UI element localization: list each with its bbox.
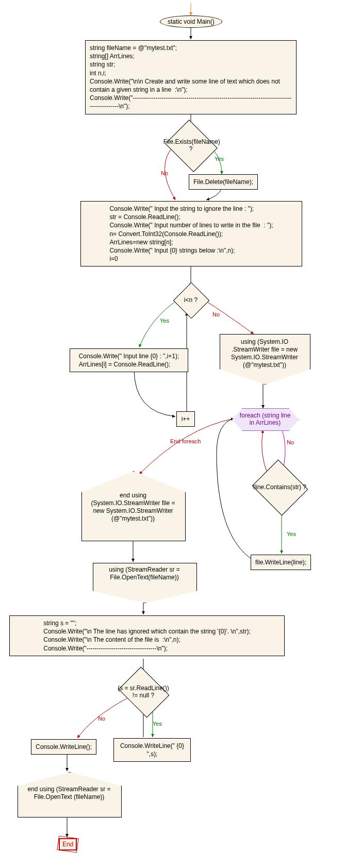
using-reader-text: using (StreamReader sr = File.OpenText(f… xyxy=(98,566,191,581)
label-yes-3: Yes xyxy=(287,531,296,537)
label-no: No xyxy=(161,170,168,176)
label-no-2: No xyxy=(212,311,220,318)
terminator-main: static void Main() xyxy=(160,15,222,28)
end-using-writer: end using (System.IO.StreamWriter file =… xyxy=(81,471,185,540)
decision-i-lt-n-label: i<n ? xyxy=(173,296,208,304)
using-reader: using (StreamReader sr = File.OpenText(f… xyxy=(93,563,196,602)
end-using-reader-text: end using (StreamReader sr = File.OpenTe… xyxy=(23,786,116,801)
label-yes: Yes xyxy=(215,156,224,162)
process-header: string s = ""; Console.Write("\n The lin… xyxy=(9,615,285,656)
label-end-foreach: End foreach xyxy=(170,438,201,444)
process-init-text: string fileName = @"mytest.txt"; string[… xyxy=(90,44,292,111)
process-writeline-text: file.WriteLine(line); xyxy=(255,558,306,566)
terminator-main-label: static void Main() xyxy=(168,18,215,25)
process-init: string fileName = @"mytest.txt"; string[… xyxy=(85,40,297,114)
using-writer: using (System.IO .StreamWriter file = ne… xyxy=(220,334,309,383)
process-write-blank: Console.WriteLine(); xyxy=(31,739,96,755)
process-read-line-text: Console.Write(" Input line {0} : ",i+1);… xyxy=(79,352,179,369)
process-increment-text: i++ xyxy=(182,415,190,423)
end-marker-label: End xyxy=(62,841,73,848)
label-no-foreach: No xyxy=(287,439,294,445)
process-file-delete-text: File.Delete(fileName); xyxy=(193,178,253,186)
decision-i-lt-n: i<n ? xyxy=(178,288,203,312)
end-using-reader: end using (StreamReader sr = File.OpenTe… xyxy=(18,772,121,816)
decision-contains-label: !line.Contains(str) ? xyxy=(251,483,308,491)
label-yes-4: Yes xyxy=(153,721,162,727)
using-writer-text: using (System.IO .StreamWriter file = ne… xyxy=(224,338,305,369)
end-marker: End xyxy=(59,838,77,850)
process-increment: i++ xyxy=(176,411,195,427)
process-read-line: Console.Write(" Input line {0} : ",i+1);… xyxy=(70,348,188,372)
process-inputs-text: Console.Write(" Input the string to igno… xyxy=(109,205,273,263)
label-yes-2: Yes xyxy=(160,318,169,324)
decision-readloop: (s = sr.ReadLine()) != null ? xyxy=(124,676,163,707)
end-using-writer-text: end using (System.IO.StreamWriter file =… xyxy=(87,492,179,523)
process-header-text: string s = ""; Console.Write("\n The lin… xyxy=(43,619,251,653)
foreach-lines: foreach (string line in ArrLines) xyxy=(232,408,298,430)
process-write-blank-text: Console.WriteLine(); xyxy=(36,743,92,751)
process-write-s-text: Console.WriteLine(" {0} ",s); xyxy=(118,742,186,758)
label-no-4: No xyxy=(98,715,105,722)
process-write-s: Console.WriteLine(" {0} ",s); xyxy=(113,738,191,762)
decision-file-exists: File.Exists(fileName) ? xyxy=(171,129,210,162)
process-inputs: Console.Write(" Input the string to igno… xyxy=(80,201,302,266)
decision-contains: !line.Contains(str) ? xyxy=(259,469,300,505)
process-writeline: file.WriteLine(line); xyxy=(251,555,311,570)
foreach-lines-text: foreach (string line in ArrLines) xyxy=(239,412,291,427)
process-file-delete: File.Delete(fileName); xyxy=(189,174,258,190)
decision-readloop-label: (s = sr.ReadLine()) != null ? xyxy=(116,685,171,699)
decision-file-exists-label: File.Exists(fileName) ? xyxy=(163,138,218,153)
